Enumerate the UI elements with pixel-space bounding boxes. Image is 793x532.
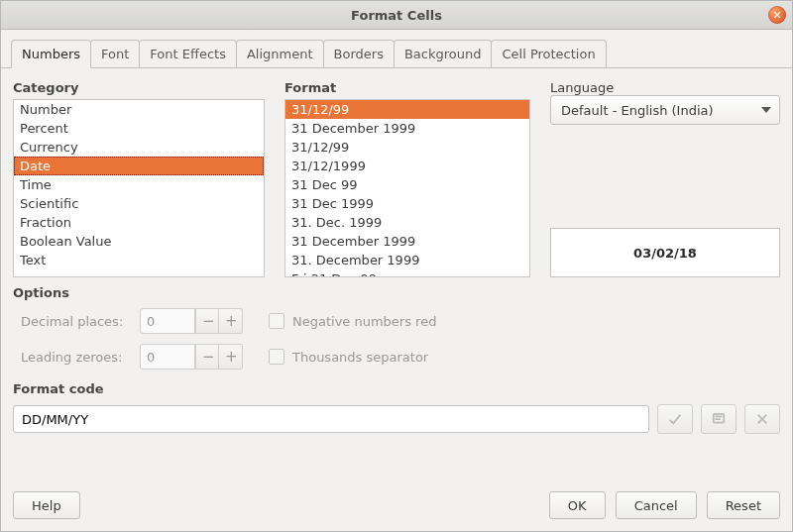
tab-cell-protection[interactable]: Cell Protection <box>491 40 606 67</box>
tab-alignment[interactable]: Alignment <box>236 40 324 67</box>
format-preview: 03/02/18 <box>550 228 780 277</box>
format-cells-dialog: Format Cells ✕ Numbers Font Font Effects… <box>0 0 793 532</box>
language-combo[interactable]: Default - English (India) <box>550 95 780 125</box>
decimal-places-label: Decimal places: <box>21 314 140 329</box>
dialog-footer: Help OK Cancel Reset <box>1 479 792 531</box>
x-icon <box>755 412 769 426</box>
options-label: Options <box>13 285 780 300</box>
format-label: Format <box>284 80 530 95</box>
list-item[interactable]: Date <box>14 157 264 175</box>
leading-plus-button: + <box>219 344 243 370</box>
list-item[interactable]: Fri 31 Dec 99 <box>285 269 529 276</box>
category-label: Category <box>13 80 265 95</box>
leading-minus-button: − <box>195 344 219 370</box>
list-item[interactable]: Fraction <box>14 213 264 232</box>
list-item[interactable]: Text <box>14 251 264 269</box>
language-label: Language <box>550 80 780 95</box>
apply-format-button <box>657 404 693 434</box>
preview-value: 03/02/18 <box>633 246 697 261</box>
decimal-places-spinner: − + <box>140 308 249 334</box>
titlebar: Format Cells ✕ <box>1 1 792 30</box>
list-item[interactable]: 31/12/99 <box>285 138 529 157</box>
list-item[interactable]: Scientific <box>14 194 264 213</box>
list-item[interactable]: Percent <box>14 119 264 138</box>
tab-background[interactable]: Background <box>394 40 493 67</box>
note-icon <box>712 412 726 426</box>
remove-format-button <box>744 404 780 434</box>
checkbox-icon <box>269 349 284 365</box>
help-button[interactable]: Help <box>13 491 80 519</box>
window-title: Format Cells <box>351 8 442 23</box>
list-item[interactable]: 31 December 1999 <box>285 232 529 251</box>
format-code-label: Format code <box>13 381 780 396</box>
leading-zeroes-label: Leading zeroes: <box>21 350 140 365</box>
decimal-plus-button: + <box>219 308 243 334</box>
negative-red-check: Negative numbers red <box>269 313 516 329</box>
list-item[interactable]: 31 Dec 1999 <box>285 194 529 213</box>
ok-button[interactable]: OK <box>549 491 606 519</box>
negative-red-label: Negative numbers red <box>292 314 436 329</box>
list-item[interactable]: 31 Dec 99 <box>285 175 529 194</box>
checkbox-icon <box>269 313 284 329</box>
format-listbox[interactable]: 31/12/9931 December 199931/12/9931/12/19… <box>284 99 530 277</box>
cancel-button[interactable]: Cancel <box>616 491 697 519</box>
tab-font[interactable]: Font <box>90 40 140 67</box>
chevron-down-icon <box>761 107 771 113</box>
tabbar: Numbers Font Font Effects Alignment Bord… <box>1 30 792 68</box>
list-item[interactable]: Boolean Value <box>14 232 264 251</box>
thousands-check: Thousands separator <box>269 349 516 365</box>
decimal-minus-button: − <box>195 308 219 334</box>
list-item[interactable]: 31. Dec. 1999 <box>285 213 529 232</box>
list-item[interactable]: 31/12/1999 <box>285 157 529 175</box>
tab-numbers[interactable]: Numbers <box>11 40 91 68</box>
close-icon: ✕ <box>772 10 781 21</box>
category-listbox[interactable]: NumberPercentCurrencyDateTimeScientificF… <box>13 99 265 277</box>
close-button[interactable]: ✕ <box>768 6 786 24</box>
thousands-label: Thousands separator <box>292 350 428 365</box>
decimal-places-input <box>140 308 195 334</box>
list-item[interactable]: 31 December 1999 <box>285 119 529 138</box>
tab-font-effects[interactable]: Font Effects <box>139 40 237 67</box>
leading-zeroes-input <box>140 344 195 370</box>
language-value: Default - English (India) <box>561 103 714 118</box>
tab-borders[interactable]: Borders <box>323 40 395 67</box>
check-icon <box>668 412 682 426</box>
list-item[interactable]: Number <box>14 100 264 119</box>
list-item[interactable]: 31. December 1999 <box>285 251 529 269</box>
list-item[interactable]: Time <box>14 175 264 194</box>
reset-button[interactable]: Reset <box>707 491 780 519</box>
format-code-input[interactable] <box>13 405 649 433</box>
list-item[interactable]: 31/12/99 <box>285 100 529 119</box>
leading-zeroes-spinner: − + <box>140 344 249 370</box>
edit-comment-button <box>701 404 736 434</box>
list-item[interactable]: Currency <box>14 138 264 157</box>
